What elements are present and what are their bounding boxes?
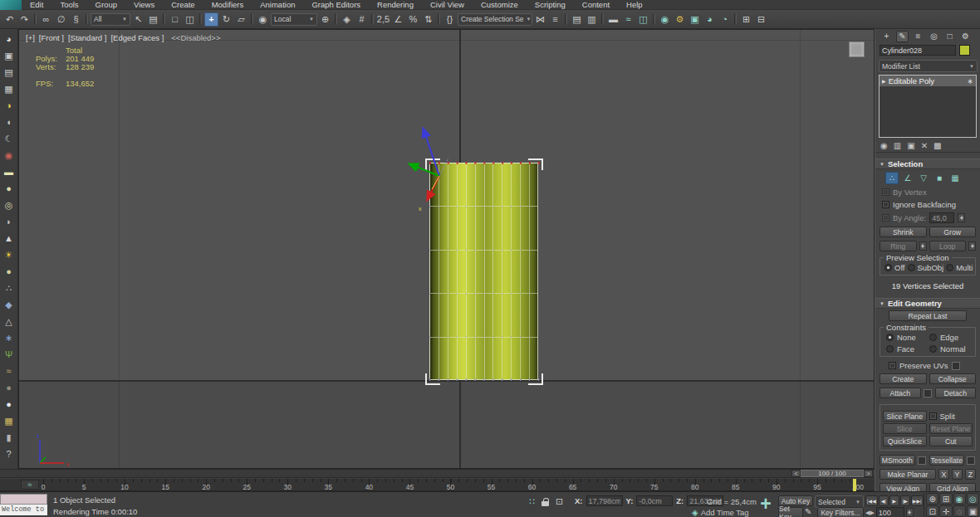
set-key-button[interactable]: Set Key	[778, 507, 803, 517]
render-list-icon[interactable]: ▤	[2, 64, 17, 80]
frame-spinner[interactable]	[906, 508, 914, 517]
hair-fur-icon[interactable]: ≈	[2, 363, 17, 379]
select-and-place-icon[interactable]: ◉	[256, 12, 270, 27]
constraint-edge-radio[interactable]	[929, 334, 937, 341]
grow-button[interactable]: Grow	[929, 227, 977, 237]
menu-rendering[interactable]: Rendering	[369, 0, 422, 10]
key-filters-button[interactable]: Key Filters...	[817, 507, 864, 517]
by-angle-field[interactable]	[929, 212, 954, 223]
particles-icon[interactable]: ∴	[2, 280, 17, 296]
toggle-scene-explorer-icon[interactable]: ▤	[570, 12, 584, 27]
camera-icon[interactable]: ◉	[2, 147, 17, 163]
tab-create[interactable]: +	[880, 31, 893, 42]
toolbar-icon[interactable]	[653, 13, 655, 25]
macro-recorder-pane[interactable]	[0, 494, 47, 505]
quickslice-button[interactable]: QuickSlice	[883, 436, 927, 446]
constraint-normal-radio[interactable]	[929, 345, 937, 353]
autodesk-app-icon[interactable]: ⊞	[739, 12, 753, 27]
by-angle-spinner[interactable]	[958, 213, 965, 222]
render-flyout-icon[interactable]: ◕	[2, 31, 17, 47]
previous-frame-button[interactable]: ◀|	[879, 495, 889, 506]
preview-subobj-radio[interactable]	[908, 264, 915, 271]
tab-display[interactable]: □	[943, 31, 956, 42]
help-icon[interactable]: ?	[2, 446, 17, 462]
material-editor-icon[interactable]: ◉	[658, 12, 672, 27]
pan-icon[interactable]: ✛	[939, 505, 952, 517]
preview-multi-radio[interactable]	[946, 264, 953, 271]
menu-views[interactable]: Views	[125, 0, 163, 10]
planar-z-button[interactable]: Z	[965, 469, 976, 480]
rollout-selection-header[interactable]: ▼ Selection	[875, 159, 980, 169]
isolate-selection-icon[interactable]: ∷	[529, 496, 535, 507]
element-mode-icon[interactable]: ▦	[948, 172, 962, 184]
preview-off-radio[interactable]	[884, 264, 892, 271]
tab-utilities[interactable]: ⚙	[959, 31, 972, 42]
rectangular-selection-region-icon[interactable]: □	[168, 12, 182, 27]
cone-primitive-icon[interactable]: ▲	[2, 230, 17, 246]
x-coordinate-field[interactable]	[586, 495, 623, 506]
view-align-button[interactable]: View Align	[880, 483, 927, 491]
create-button[interactable]: Create	[880, 373, 927, 384]
sound-icon[interactable]: ◖	[2, 114, 17, 130]
select-by-name-icon[interactable]: ▤	[146, 12, 160, 27]
render-production-icon[interactable]: ◕	[703, 12, 717, 27]
curve-editor-icon[interactable]: ≈	[621, 12, 635, 27]
time-slider[interactable]: < 100 / 100 >	[0, 469, 875, 478]
play-button[interactable]: ▶	[889, 495, 899, 506]
scatter-icon[interactable]: ∗	[2, 329, 17, 346]
window-crossing-toggle-icon[interactable]: ◫	[183, 12, 197, 27]
modifier-stack-item[interactable]: ▶ Editable Poly ∗	[880, 76, 976, 86]
toolbar-icon[interactable]	[251, 13, 253, 25]
undo-icon[interactable]: ↶	[2, 12, 17, 27]
set-key-mode-icon[interactable]: ✎	[805, 507, 811, 516]
make-planar-button[interactable]: Make Planar	[880, 469, 936, 480]
app-logo-icon[interactable]	[0, 0, 22, 10]
maximize-viewport-icon[interactable]: ▣	[967, 505, 979, 517]
toggle-ribbon-icon[interactable]: ▬	[606, 12, 620, 27]
door-icon[interactable]: ▮	[2, 429, 17, 446]
by-vertex-checkbox[interactable]	[882, 188, 889, 196]
menu-create[interactable]: Create	[163, 0, 203, 10]
subobject-level-icon[interactable]: ∗	[967, 77, 973, 85]
edge-mode-icon[interactable]: ∠	[901, 172, 914, 184]
previous-frame-arrow[interactable]: <	[791, 470, 801, 477]
render-iterative-icon[interactable]: ◔	[718, 12, 732, 27]
go-to-end-button[interactable]: ▶▶|	[911, 495, 924, 506]
toolbar-icon[interactable]	[601, 13, 604, 25]
toggle-layer-explorer-icon[interactable]: ▥	[585, 12, 599, 27]
select-and-rotate-icon[interactable]: ↻	[219, 12, 233, 27]
grid-align-button[interactable]: Grid Align	[929, 483, 977, 491]
key-filter-dropdown[interactable]: Selected▼	[815, 495, 864, 508]
add-time-tag[interactable]: ◈ Add Time Tag	[692, 508, 749, 517]
menu-modifiers[interactable]: Modifiers	[203, 0, 252, 10]
ignore-backfacing-checkbox[interactable]	[882, 201, 889, 208]
constraint-face-radio[interactable]	[886, 345, 894, 353]
batch-render-icon[interactable]: ▦	[2, 80, 17, 97]
configure-modifier-sets-icon[interactable]: ▩	[933, 141, 941, 150]
show-end-result-icon[interactable]: ▥	[894, 141, 901, 150]
repeat-last-button[interactable]: Repeat Last	[889, 310, 967, 321]
night-mode-icon[interactable]: ☾	[2, 130, 17, 147]
ring-spinner[interactable]	[919, 241, 927, 251]
menu-help[interactable]: Help	[618, 0, 651, 10]
toolbar-icon[interactable]	[565, 13, 567, 25]
material-sphere-icon[interactable]: ●	[2, 396, 17, 412]
toolbar-icon[interactable]	[438, 13, 440, 25]
orbit-icon[interactable]: ◌	[953, 505, 966, 517]
viewport-pov-menu[interactable]: [Front ]	[39, 33, 64, 42]
border-mode-icon[interactable]: ▽	[917, 172, 930, 184]
select-and-manipulate-icon[interactable]: ◈	[340, 12, 354, 27]
modifier-list-dropdown[interactable]: Modifier List ▼	[879, 60, 978, 72]
status-plus-icon[interactable]: +	[754, 492, 777, 517]
shrink-button[interactable]: Shrink	[880, 227, 927, 237]
teapot-primitive-icon[interactable]: ◗	[2, 213, 17, 230]
frame-step-arrows[interactable]: ◀▶	[865, 510, 875, 516]
loop-spinner[interactable]	[968, 241, 976, 251]
loop-button[interactable]: Loop	[929, 241, 967, 251]
plane-primitive-icon[interactable]: ▬	[2, 163, 17, 180]
reset-plane-button[interactable]: Reset Plane	[929, 423, 973, 434]
edit-named-selection-sets-icon[interactable]: {}	[443, 12, 457, 27]
toolbar-icon[interactable]	[34, 13, 37, 25]
msmooth-button[interactable]: MSmooth	[880, 455, 915, 466]
make-unique-icon[interactable]: ▣	[907, 141, 914, 150]
